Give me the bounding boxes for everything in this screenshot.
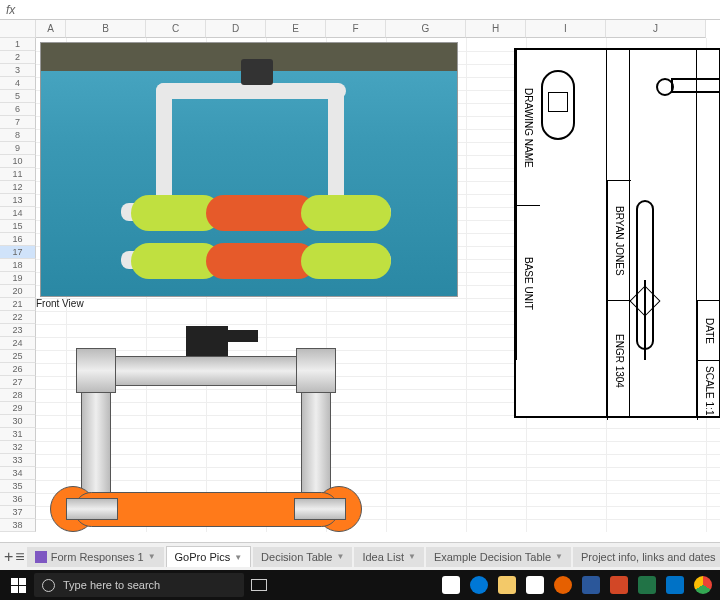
tab-menu-arrow[interactable]: ▼ <box>234 553 242 562</box>
formula-input[interactable] <box>23 0 720 19</box>
row-header-38[interactable]: 38 <box>0 519 36 532</box>
row-header-35[interactable]: 35 <box>0 480 36 493</box>
task-view-icon[interactable] <box>246 572 272 598</box>
col-header-D[interactable]: D <box>206 20 266 38</box>
start-button[interactable] <box>4 571 32 599</box>
col-header-F[interactable]: F <box>326 20 386 38</box>
row-header-12[interactable]: 12 <box>0 181 36 194</box>
form-icon <box>35 551 47 563</box>
search-placeholder: Type here to search <box>63 579 160 591</box>
row-header-3[interactable]: 3 <box>0 64 36 77</box>
row-header-1[interactable]: 1 <box>0 38 36 51</box>
row-header-5[interactable]: 5 <box>0 90 36 103</box>
row-header-4[interactable]: 4 <box>0 77 36 90</box>
row-headers: 1234567891011121314151617181920212223242… <box>0 38 36 532</box>
add-sheet-button[interactable]: + <box>4 546 13 568</box>
column-headers: ABCDEFGHIJ <box>0 20 720 38</box>
row-header-20[interactable]: 20 <box>0 285 36 298</box>
cells-area[interactable]: Front View <box>36 38 720 532</box>
col-header-C[interactable]: C <box>146 20 206 38</box>
cad-title-block: DRAWING NAME BASE UNIT BRYAN JONES ENGR … <box>514 48 720 418</box>
select-all-box[interactable] <box>0 20 36 38</box>
row-header-29[interactable]: 29 <box>0 402 36 415</box>
row-header-16[interactable]: 16 <box>0 233 36 246</box>
row-header-10[interactable]: 10 <box>0 155 36 168</box>
edge-icon[interactable] <box>466 572 492 598</box>
sheet-tab-4[interactable]: Example Decision Table▼ <box>426 547 571 567</box>
tb-h3: DATE <box>704 318 715 344</box>
front-view-label: Front View <box>36 298 84 309</box>
row-header-26[interactable]: 26 <box>0 363 36 376</box>
row-header-11[interactable]: 11 <box>0 168 36 181</box>
cad-front-view[interactable] <box>36 316 376 532</box>
windows-taskbar: Type here to search <box>0 570 720 600</box>
pool-photo[interactable] <box>40 42 458 297</box>
tab-menu-arrow[interactable]: ▼ <box>336 552 344 561</box>
row-header-7[interactable]: 7 <box>0 116 36 129</box>
col-header-B[interactable]: B <box>66 20 146 38</box>
gopro-camera-icon <box>241 59 273 85</box>
powerpoint-icon[interactable] <box>606 572 632 598</box>
row-header-15[interactable]: 15 <box>0 220 36 233</box>
row-header-30[interactable]: 30 <box>0 415 36 428</box>
tab-menu-arrow[interactable]: ▼ <box>148 552 156 561</box>
col-header-I[interactable]: I <box>526 20 606 38</box>
tab-label: Form Responses 1 <box>51 551 144 563</box>
row-header-37[interactable]: 37 <box>0 506 36 519</box>
taskbar-search[interactable]: Type here to search <box>34 573 244 597</box>
sheet-tab-1[interactable]: GoPro Pics▼ <box>166 546 252 567</box>
tab-label: Decision Table <box>261 551 332 563</box>
row-header-18[interactable]: 18 <box>0 259 36 272</box>
row-header-21[interactable]: 21 <box>0 298 36 311</box>
col-header-E[interactable]: E <box>266 20 326 38</box>
tab-label: Example Decision Table <box>434 551 551 563</box>
sheet-tab-0[interactable]: Form Responses 1▼ <box>27 547 164 567</box>
row-header-33[interactable]: 33 <box>0 454 36 467</box>
row-header-22[interactable]: 22 <box>0 311 36 324</box>
row-header-27[interactable]: 27 <box>0 376 36 389</box>
row-header-31[interactable]: 31 <box>0 428 36 441</box>
row-header-24[interactable]: 24 <box>0 337 36 350</box>
row-header-13[interactable]: 13 <box>0 194 36 207</box>
tb-v3: ENGR 1304 <box>614 334 625 388</box>
row-header-19[interactable]: 19 <box>0 272 36 285</box>
row-header-9[interactable]: 9 <box>0 142 36 155</box>
col-header-G[interactable]: G <box>386 20 466 38</box>
tb-v1: BASE UNIT <box>523 257 534 310</box>
row-header-14[interactable]: 14 <box>0 207 36 220</box>
row-header-32[interactable]: 32 <box>0 441 36 454</box>
row-header-8[interactable]: 8 <box>0 129 36 142</box>
spreadsheet-grid[interactable]: ABCDEFGHIJ 12345678910111213141516171819… <box>0 20 720 532</box>
all-sheets-button[interactable]: ≡ <box>15 546 24 568</box>
word-icon[interactable] <box>578 572 604 598</box>
row-header-17[interactable]: 17 <box>0 246 36 259</box>
chrome-icon[interactable] <box>690 572 716 598</box>
excel-icon[interactable] <box>634 572 660 598</box>
tb-h1: DRAWING NAME <box>523 88 534 168</box>
tb-v4: SCALE 1:1 <box>704 366 715 415</box>
col-header-H[interactable]: H <box>466 20 526 38</box>
mail-icon[interactable] <box>662 572 688 598</box>
row-header-28[interactable]: 28 <box>0 389 36 402</box>
row-header-6[interactable]: 6 <box>0 103 36 116</box>
tab-label: Project info, links and dates <box>581 551 716 563</box>
col-header-A[interactable]: A <box>36 20 66 38</box>
sheet-tab-5[interactable]: Project info, links and dates▼ <box>573 547 720 567</box>
app-squares-icon[interactable] <box>438 572 464 598</box>
tb-v2: BRYAN JONES <box>614 206 625 276</box>
sheet-tab-2[interactable]: Decision Table▼ <box>253 547 352 567</box>
fx-label: fx <box>6 3 15 17</box>
row-header-34[interactable]: 34 <box>0 467 36 480</box>
tab-label: GoPro Pics <box>175 551 231 563</box>
row-header-25[interactable]: 25 <box>0 350 36 363</box>
row-header-23[interactable]: 23 <box>0 324 36 337</box>
tab-menu-arrow[interactable]: ▼ <box>408 552 416 561</box>
tab-menu-arrow[interactable]: ▼ <box>555 552 563 561</box>
firefox-icon[interactable] <box>550 572 576 598</box>
row-header-36[interactable]: 36 <box>0 493 36 506</box>
row-header-2[interactable]: 2 <box>0 51 36 64</box>
col-header-J[interactable]: J <box>606 20 706 38</box>
file-explorer-icon[interactable] <box>494 572 520 598</box>
store-icon[interactable] <box>522 572 548 598</box>
sheet-tab-3[interactable]: Idea List▼ <box>354 547 424 567</box>
